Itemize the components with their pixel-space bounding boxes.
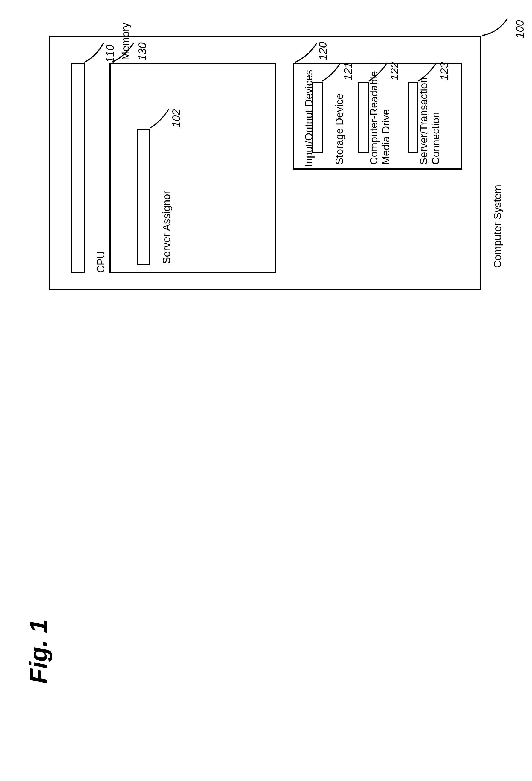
server-conn-label1: Server/Transaction <box>418 77 429 165</box>
server-connection-box <box>408 82 418 153</box>
leader-130 <box>110 41 137 64</box>
cpu-label: CPU <box>96 251 106 273</box>
computer-system-label: Computer System <box>492 185 503 268</box>
figure-caption: Fig. 1 <box>25 619 53 684</box>
server-assignor-label: Server Assignor <box>161 191 172 264</box>
storage-device-box <box>312 82 323 153</box>
leader-100 <box>481 16 514 46</box>
leader-122 <box>367 61 392 83</box>
media-drive-label2: Media Drive <box>381 109 391 165</box>
media-drive-box <box>358 82 369 153</box>
server-assignor-box <box>137 128 151 265</box>
server-conn-label2: Connection <box>431 112 441 165</box>
storage-device-label: Storage Device <box>334 93 344 165</box>
memory-ref: 130 <box>137 42 148 61</box>
diagram-canvas: Computer System 100 CPU 110 Memory 130 S… <box>0 0 532 781</box>
leader-102 <box>149 107 173 130</box>
cpu-box <box>71 63 85 274</box>
leader-110 <box>83 41 108 64</box>
leader-120 <box>293 41 321 64</box>
memory-box <box>110 63 276 274</box>
leader-121 <box>321 61 345 83</box>
leader-123 <box>417 61 441 83</box>
media-drive-label1: Computer-Readable <box>369 71 379 165</box>
computer-system-ref: 100 <box>514 20 525 38</box>
